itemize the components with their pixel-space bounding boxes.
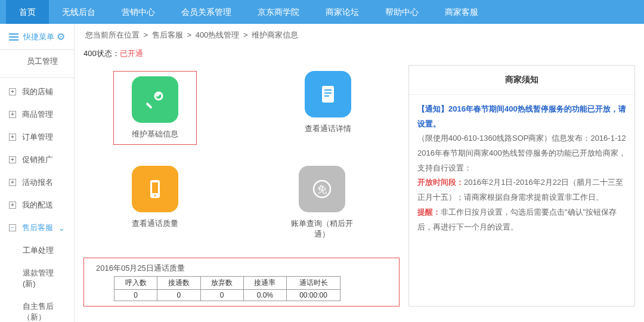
notice-title: 商家须知 (409, 66, 634, 95)
crumb-c: 维护商家信息 (252, 30, 298, 39)
svg-rect-5 (324, 92, 332, 94)
hamburger-icon (9, 33, 18, 41)
plus-icon: + (9, 111, 16, 118)
sidebar-activity[interactable]: +活动报名 (0, 171, 74, 194)
status-row: 400状态：已开通 (75, 47, 644, 65)
sidebar-shop[interactable]: +我的店铺 (0, 80, 74, 103)
crumb-a[interactable]: 售后客服 (152, 30, 183, 39)
sidebar-ticket[interactable]: 工单处理 (0, 239, 74, 262)
svg-rect-6 (324, 95, 329, 97)
sidebar-aftersale[interactable]: −售后客服⌄ (0, 216, 74, 239)
document-icon (305, 71, 351, 117)
chevron-down-icon: ⌄ (58, 224, 65, 233)
main-content: 您当前所在位置 > 售后客服 > 400热线管理 > 维护商家信息 400状态：… (75, 24, 644, 322)
sidebar-selfservice[interactable]: 自主售后（新） (0, 295, 74, 322)
svg-rect-0 (145, 102, 152, 109)
card-bill: 免 账单查询（稍后开通） (286, 166, 358, 240)
notice-headline: 【通知】2016年春节期间400热线暂停服务的功能已开放，请设置。 (417, 102, 626, 131)
sidebar-staff[interactable]: 员工管理 (0, 50, 74, 73)
card-call-detail[interactable]: 查看通话详情 (292, 71, 364, 145)
nav-crm[interactable]: 会员关系管理 (168, 0, 244, 24)
svg-rect-8 (152, 182, 158, 193)
quality-title: 2016年05月25日通话质量 (96, 263, 387, 274)
nav-help[interactable]: 帮助中心 (372, 0, 432, 24)
card-basic-info[interactable]: 维护基础信息 (113, 71, 197, 145)
plus-icon: + (9, 88, 16, 95)
plus-icon: + (9, 179, 16, 186)
notice-line1: （限使用400-610-1360线路SOP商家）信息发布：2016-1-12 (417, 131, 626, 146)
sidebar-order[interactable]: +订单管理 (0, 126, 74, 148)
sidebar-delivery[interactable]: +我的配送 (0, 194, 74, 216)
tools-icon (132, 76, 178, 123)
quality-table: 呼入数 接通数 放弃数 接通率 通话时长 0 0 0 0.0% 00:00:00 (114, 276, 340, 301)
gear-icon[interactable]: ⚙ (57, 31, 65, 42)
status-value: 已开通 (120, 49, 143, 58)
nav-home[interactable]: 首页 (6, 0, 49, 24)
nav-academy[interactable]: 京东商学院 (244, 0, 312, 24)
nav-forum[interactable]: 商家论坛 (312, 0, 372, 24)
minus-icon: − (9, 224, 16, 231)
crumb-b[interactable]: 400热线管理 (196, 30, 240, 39)
svg-text:免: 免 (317, 184, 327, 194)
breadcrumb: 您当前所在位置 > 售后客服 > 400热线管理 > 维护商家信息 (75, 24, 644, 47)
card-call-quality[interactable]: 查看通话质量 (119, 166, 191, 240)
top-nav: 首页 无线后台 营销中心 会员关系管理 京东商学院 商家论坛 帮助中心 商家客服 (0, 0, 644, 24)
svg-point-9 (154, 195, 156, 197)
notice-line2: 2016年春节期间商家400热线暂停服务的功能已开放给商家，支持自行设置： (417, 146, 626, 175)
quick-menu[interactable]: 快捷菜单 (9, 32, 54, 42)
sidebar-refund[interactable]: 退款管理(新) (0, 262, 74, 295)
sidebar: 快捷菜单 ⚙ 员工管理 +我的店铺 +商品管理 +订单管理 +促销推广 +活动报… (0, 24, 75, 322)
quick-menu-label: 快捷菜单 (23, 32, 54, 42)
nav-wireless[interactable]: 无线后台 (49, 0, 109, 24)
svg-rect-3 (322, 86, 334, 103)
quality-section: 2016年05月25日通话质量 呼入数 接通数 放弃数 接通率 通话时长 0 0 (83, 258, 400, 306)
notice-t2: 提醒： (417, 208, 441, 216)
phone-icon (132, 166, 178, 212)
plus-icon: + (9, 202, 16, 209)
table-row: 0 0 0 0.0% 00:00:00 (114, 290, 340, 301)
sidebar-product[interactable]: +商品管理 (0, 103, 74, 126)
plus-icon: + (9, 156, 16, 163)
notice-t1: 开放时间段： (417, 178, 464, 187)
svg-rect-4 (324, 89, 332, 91)
sidebar-promo[interactable]: +促销推广 (0, 148, 74, 171)
plus-icon: + (9, 134, 16, 141)
nav-service[interactable]: 商家客服 (432, 0, 491, 24)
nav-marketing[interactable]: 营销中心 (109, 0, 168, 24)
notice-panel: 商家须知 【通知】2016年春节期间400热线暂停服务的功能已开放，请设置。 （… (408, 65, 635, 306)
free-icon: 免 (299, 166, 345, 212)
